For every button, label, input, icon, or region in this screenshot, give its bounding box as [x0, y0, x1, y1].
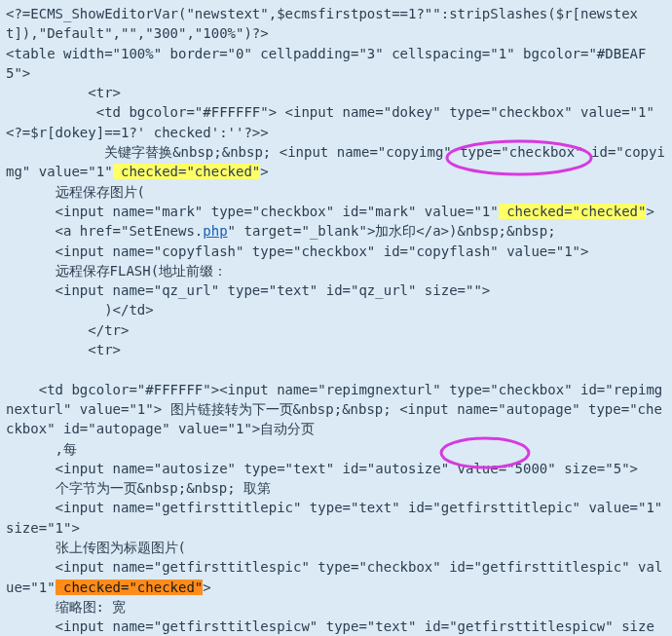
line-11: <input name="qz_url" type="text" id="qz_… [6, 282, 490, 298]
line-23: 缩略图: 宽 [6, 599, 126, 615]
line-17: ,每 [6, 441, 77, 457]
highlight-checked-1: checked="checked" [113, 164, 261, 179]
line-19: 个字节为一页&nbsp;&nbsp; 取第 [6, 480, 271, 496]
line-08a: <a href="SetEnews. [6, 223, 203, 239]
highlight-checked-2: checked="checked" [499, 204, 647, 219]
line-05a: 关键字替换&nbsp;&nbsp; <input name="copyimg" … [6, 144, 665, 179]
line-21: 张上传图为标题图片( [6, 540, 186, 555]
line-13: </tr> [6, 322, 129, 338]
line-07a: <input name="mark" type="checkbox" id="m… [6, 204, 499, 219]
line-08c: " target="_blank">加水印</a>)&nbsp;&nbsp; [228, 223, 556, 239]
line-16: <td bgcolor="#FFFFFF"><input name="repim… [6, 382, 662, 437]
line-14: <tr> [6, 342, 121, 357]
line-22d: > [203, 580, 210, 595]
line-22a: <input name="getfirsttitlespic" type="ch… [6, 559, 630, 575]
code-snippet-wrap: <?=ECMS_ShowEditorVar("newstext",$ecmsfi… [0, 0, 672, 636]
line-06: 远程保存图片( [6, 184, 145, 200]
line-01: <?=ECMS_ShowEditorVar("newstext",$ecmsfi… [6, 6, 638, 41]
line-02: <table width="100%" border="0" cellpaddi… [6, 46, 646, 81]
line-07c: > [646, 204, 653, 219]
line-04: <td bgcolor="#FFFFFF"> <input name="doke… [6, 104, 654, 139]
line-09: <input name="copyflash" type="checkbox" … [6, 243, 588, 259]
line-12: )</td> [6, 302, 154, 318]
code-snippet: <?=ECMS_ShowEditorVar("newstext",$ecmsfi… [0, 0, 672, 636]
line-05c: > [260, 164, 268, 179]
line-18: <input name="autosize" type="text" id="a… [6, 461, 638, 476]
highlight-checked-3: checked="checked" [56, 580, 204, 595]
php-link[interactable]: php [203, 223, 227, 239]
line-03: <tr> [6, 85, 121, 100]
line-10: 远程保存FLASH(地址前缀： [6, 263, 227, 279]
line-24: <input name="getfirsttitlespicw" type="t… [6, 618, 654, 636]
line-20: <input name="getfirsttitlepic" type="tex… [6, 500, 671, 535]
